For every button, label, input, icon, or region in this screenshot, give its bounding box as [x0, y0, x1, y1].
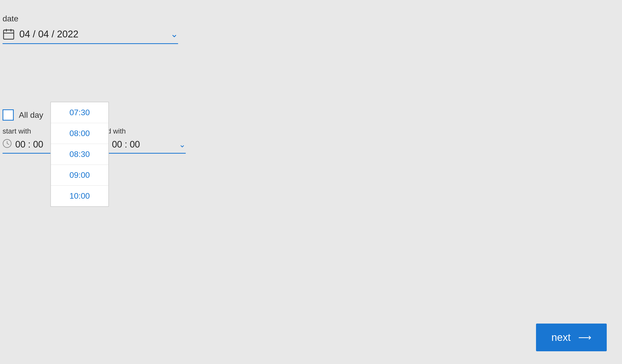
date-value: 04 / 04 / 2022 — [19, 29, 170, 40]
time-option-0800[interactable]: 08:00 — [51, 123, 108, 144]
page-container: date 04 / 04 / 2022 ⌄ start with — [0, 0, 622, 364]
end-chevron-down-icon: ⌄ — [179, 140, 186, 149]
time-option-0900[interactable]: 09:00 — [51, 165, 108, 186]
chevron-down-icon: ⌄ — [170, 29, 178, 39]
clock-icon-start — [3, 139, 12, 150]
all-day-checkbox[interactable] — [3, 109, 14, 121]
date-label: date — [3, 14, 181, 23]
time-option-0830[interactable]: 08:30 — [51, 144, 108, 165]
svg-rect-0 — [4, 30, 14, 39]
date-picker-field[interactable]: 04 / 04 / 2022 ⌄ — [3, 28, 178, 44]
time-dropdown: 07:30 08:00 08:30 09:00 10:00 — [50, 102, 109, 207]
end-time-value: 00 : 00 — [112, 139, 179, 150]
calendar-icon — [3, 28, 15, 40]
end-with-label: end with — [99, 127, 186, 135]
all-day-row: All day — [3, 109, 43, 121]
date-section: date 04 / 04 / 2022 ⌄ — [3, 14, 181, 44]
next-button[interactable]: next ⟶ — [536, 324, 607, 351]
end-time-group: end with 00 : 00 ⌄ — [99, 127, 186, 154]
next-button-label: next — [551, 332, 571, 343]
all-day-label: All day — [19, 110, 43, 120]
end-time-field[interactable]: 00 : 00 ⌄ — [99, 139, 186, 154]
next-arrow-icon: ⟶ — [578, 332, 591, 343]
svg-line-6 — [7, 143, 9, 144]
time-option-0730[interactable]: 07:30 — [51, 102, 108, 123]
time-option-1000[interactable]: 10:00 — [51, 186, 108, 206]
